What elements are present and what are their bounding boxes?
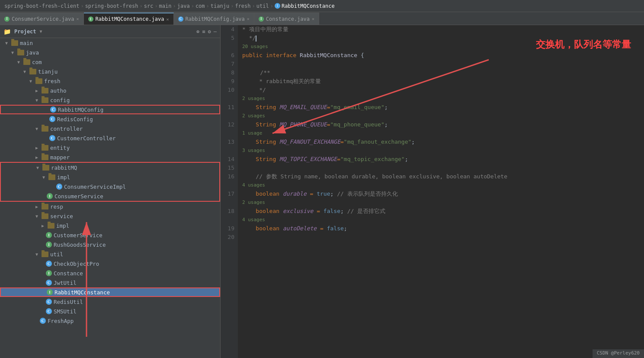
code-usages-2b: 2 usages bbox=[242, 112, 635, 120]
code-line4-text: * 项目中用的常量 bbox=[242, 26, 288, 32]
tree-item-rabbitmqconfig[interactable]: C RabbitMQConfig bbox=[0, 105, 220, 114]
tree-item-consumerservice[interactable]: I ConsumerService bbox=[1, 191, 219, 201]
tree-item-tianju[interactable]: ▼ tianju bbox=[0, 67, 220, 76]
tab-close-rabbit-constance[interactable]: ✕ bbox=[166, 17, 169, 22]
tree-item-main[interactable]: ▼ main bbox=[0, 38, 220, 48]
line-num-17: 17 bbox=[221, 190, 234, 198]
str-mq-email: "mq_email_queue" bbox=[330, 104, 384, 110]
tab-close-constance[interactable]: ✕ bbox=[312, 16, 314, 21]
tree-item-jwtutil[interactable]: C JwtUtil bbox=[0, 278, 220, 287]
text-cursor bbox=[256, 35, 256, 42]
sidebar-toolbar: ⊕ ≡ ⚙ — bbox=[196, 29, 217, 35]
code-line-18: boolean exclusive = false; // 是否排它式 bbox=[242, 207, 635, 216]
breadcrumb-item[interactable]: util bbox=[256, 3, 269, 9]
breadcrumb-item[interactable]: spring-boot-fresh bbox=[85, 3, 138, 9]
breadcrumb-item[interactable]: src bbox=[144, 3, 154, 9]
tree-item-impl-service[interactable]: ▶ impl bbox=[0, 221, 220, 230]
breadcrumb-item[interactable]: spring-boot-fresh-client bbox=[4, 3, 79, 9]
breadcrumb-item[interactable]: fresh bbox=[235, 3, 250, 9]
file-icon-customercontroller: C bbox=[49, 135, 55, 141]
tree-item-controller[interactable]: ▼ controller bbox=[0, 124, 220, 133]
editor: 交换机，队列名等常量 4 5 6 7 8 9 10 bbox=[221, 25, 644, 358]
tree-item-redisconfig[interactable]: C RedisConfig bbox=[0, 114, 220, 124]
folder-icon-util bbox=[42, 252, 48, 257]
tree-label-impl-rabbit: impl bbox=[57, 174, 70, 181]
line-num-usages-2b bbox=[221, 112, 234, 120]
line-num-18: 18 bbox=[221, 207, 234, 216]
code-area[interactable]: * 项目中用的常量 */ 20 usages public interface … bbox=[238, 25, 644, 358]
tree-item-customerservice[interactable]: I CustomerService bbox=[0, 230, 220, 240]
tab-constance[interactable]: I Constance.java ✕ bbox=[254, 13, 319, 25]
tree-item-com[interactable]: ▼ com bbox=[0, 57, 220, 67]
str-mq-topic: "mq_topic_exchange" bbox=[340, 156, 405, 162]
line-num-usages-2a bbox=[221, 94, 234, 103]
file-icon-rabbitmqconfig: C bbox=[50, 106, 56, 113]
tree-item-service[interactable]: ▼ service bbox=[0, 211, 220, 221]
code-usages-3: 3 usages bbox=[242, 146, 635, 155]
breadcrumb-item[interactable]: main bbox=[159, 3, 172, 9]
arrow-fresh: ▼ bbox=[29, 79, 35, 84]
tab-rabbit-constance[interactable]: I RabbitMQConstance.java ✕ bbox=[84, 13, 174, 25]
tree-item-util[interactable]: ▼ util bbox=[0, 249, 220, 259]
file-icon-redisutil: C bbox=[46, 299, 52, 305]
semi-11: ; bbox=[384, 104, 388, 110]
code-line-8: /** bbox=[242, 68, 635, 77]
field-mq-email: MQ_EMAIL_QUEUE bbox=[279, 104, 327, 110]
sidebar-settings-icon[interactable]: ⚙ bbox=[208, 29, 211, 35]
tab-close-rabbit-config[interactable]: ✕ bbox=[247, 16, 250, 21]
tab-label-consumer: ConsumerService.java bbox=[12, 16, 74, 22]
breadcrumb-sep: › bbox=[270, 3, 273, 9]
tree-item-java[interactable]: ▼ java bbox=[0, 48, 220, 57]
breadcrumb-sep: › bbox=[231, 3, 234, 9]
folder-icon-service bbox=[42, 213, 48, 219]
tree-item-customercontroller[interactable]: C CustomerController bbox=[0, 133, 220, 143]
sidebar-folder-icon: 📁 bbox=[3, 28, 11, 35]
tree-item-rushgoodsservice[interactable]: I RushGoodsService bbox=[0, 240, 220, 249]
tree-item-consumerserviceimpl[interactable]: C ConsumerServiceImpl bbox=[1, 182, 219, 191]
tree-item-config[interactable]: ▼ config bbox=[0, 95, 220, 105]
line-num-13: 13 bbox=[221, 138, 234, 146]
breadcrumb-sep: › bbox=[154, 3, 157, 9]
val-true: true bbox=[317, 190, 330, 197]
breadcrumb-item[interactable]: com bbox=[195, 3, 205, 9]
tree-label-checkobjectpro: CheckObjectPro bbox=[54, 261, 99, 267]
status-text: CSDN @Perley620 bbox=[597, 350, 640, 356]
tab-consumer-service[interactable]: I ConsumerService.java ✕ bbox=[0, 13, 84, 25]
tree-item-impl-rabbit[interactable]: ▼ impl bbox=[1, 172, 219, 182]
tree-item-constance[interactable]: I Constance bbox=[0, 268, 220, 278]
tree-item-redisutil[interactable]: C RedisUtil bbox=[0, 297, 220, 306]
line-num-5: 5 bbox=[221, 34, 234, 42]
tree-label-mapper: mapper bbox=[50, 154, 70, 161]
tree-item-mapper[interactable]: ▶ mapper bbox=[0, 152, 220, 162]
tree-item-rabbitmq[interactable]: ▼ rabbitMQ bbox=[1, 163, 219, 172]
tree-label-customercontroller: CustomerController bbox=[57, 135, 115, 142]
tree-item-entity[interactable]: ▶ entity bbox=[0, 143, 220, 152]
tree-item-fresh[interactable]: ▼ fresh bbox=[0, 76, 220, 86]
arrow-main: ▼ bbox=[5, 41, 11, 45]
comment-18: // 是否排它式 bbox=[347, 208, 385, 214]
kw-boolean-18: boolean bbox=[242, 208, 283, 214]
tree-item-rabbitmqconstance[interactable]: I RabbitMQConstance bbox=[0, 287, 220, 297]
tree-item-freshapp[interactable]: C FreshApp bbox=[0, 316, 220, 326]
sidebar-collapse-icon[interactable]: ≡ bbox=[202, 29, 205, 35]
tab-rabbit-config[interactable]: C RabbitMQConfig.java ✕ bbox=[174, 13, 254, 25]
tree-label-redisconfig: RedisConfig bbox=[57, 116, 93, 123]
tree-item-checkobjectpro[interactable]: C CheckObjectPro bbox=[0, 259, 220, 268]
usages-4-text: 4 usages bbox=[242, 182, 265, 188]
folder-icon-java bbox=[17, 50, 24, 55]
tab-close-consumer[interactable]: ✕ bbox=[77, 16, 79, 21]
tree-label-jwtutil: JwtUtil bbox=[54, 280, 77, 286]
tree-item-smsutil[interactable]: C SMSUtil bbox=[0, 306, 220, 316]
tree-item-resp[interactable]: ▶ resp bbox=[0, 202, 220, 211]
status-bar: CSDN @Perley620 bbox=[593, 349, 644, 358]
code-line-14: String MQ_TOPIC_EXCHANGE="mq_topic_excha… bbox=[242, 155, 635, 164]
file-icon-constance: I bbox=[46, 270, 52, 276]
breadcrumb-item[interactable]: java bbox=[177, 3, 190, 9]
sidebar-locate-icon[interactable]: ⊕ bbox=[196, 29, 199, 35]
code-usages-2a: 2 usages bbox=[242, 94, 635, 103]
tree-item-autho[interactable]: ▶ autho bbox=[0, 86, 220, 95]
code-line-7 bbox=[242, 60, 635, 68]
sidebar-hide-icon[interactable]: — bbox=[214, 29, 217, 35]
sidebar: 📁 Project ▼ ⊕ ≡ ⚙ — ▼ main ▼ bbox=[0, 25, 221, 358]
breadcrumb-item[interactable]: tianju bbox=[211, 3, 229, 9]
